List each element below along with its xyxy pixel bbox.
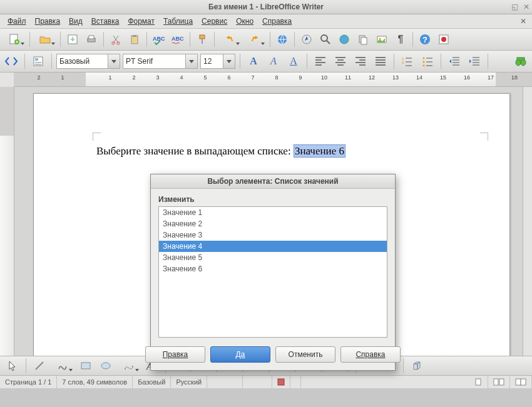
- window-close-icon[interactable]: ✕: [523, 3, 529, 11]
- record-macro-button[interactable]: [435, 31, 453, 48]
- cut-button[interactable]: [107, 31, 125, 48]
- find-button[interactable]: [512, 53, 529, 70]
- bold-button[interactable]: A: [245, 53, 262, 70]
- print-button[interactable]: [83, 31, 100, 48]
- menu-file[interactable]: Файл: [4, 16, 30, 27]
- status-selection-mode[interactable]: [243, 376, 272, 388]
- window-maximize-icon[interactable]: ◱: [511, 3, 518, 11]
- nonprinting-button[interactable]: ¶: [392, 31, 409, 48]
- menu-edit[interactable]: Правка: [31, 16, 64, 27]
- status-insert-mode[interactable]: [207, 376, 243, 388]
- zoom-button[interactable]: [317, 31, 334, 48]
- status-view-single-icon[interactable]: [469, 376, 488, 388]
- list-item[interactable]: Значение 3: [159, 229, 387, 241]
- menu-insert[interactable]: Вставка: [88, 16, 123, 27]
- svg-point-38: [101, 363, 110, 369]
- rectangle-tool-button[interactable]: [77, 357, 95, 374]
- font-name-combo[interactable]: PT Serif: [123, 54, 198, 69]
- status-language[interactable]: Русский: [171, 376, 207, 388]
- increase-indent-button[interactable]: [466, 53, 483, 70]
- list-item[interactable]: Значение 2: [159, 218, 387, 229]
- margin-corner-icon: [93, 133, 101, 141]
- svg-rect-56: [278, 379, 284, 385]
- format-paintbrush-button[interactable]: [193, 31, 211, 48]
- status-view-multi-icon[interactable]: [488, 376, 510, 388]
- svg-rect-28: [35, 64, 41, 65]
- list-item[interactable]: Значение 1: [159, 207, 387, 218]
- menu-help[interactable]: Справка: [258, 16, 295, 27]
- horizontal-ruler[interactable]: 2 1 1 2 3 4 5 6 7 8 9 10 11 12 13 14 15 …: [14, 73, 532, 87]
- paragraph-style-combo[interactable]: Базовый: [56, 54, 120, 69]
- menu-format[interactable]: Формат: [124, 16, 158, 27]
- svg-rect-59: [499, 379, 504, 385]
- dialog-help-button[interactable]: Справка: [340, 346, 401, 363]
- font-size-combo[interactable]: 12: [200, 54, 235, 69]
- status-wordcount[interactable]: 7 слов, 49 символов: [57, 376, 133, 388]
- navigator-button[interactable]: [298, 31, 315, 48]
- html-source-button[interactable]: [3, 53, 20, 70]
- status-modified-icon[interactable]: [272, 376, 290, 388]
- hyperlink-button[interactable]: [274, 31, 291, 48]
- export-pdf-button[interactable]: [64, 31, 81, 48]
- selection-tool-button[interactable]: [4, 357, 21, 374]
- list-item[interactable]: Значение 5: [159, 252, 387, 263]
- italic-button[interactable]: A: [265, 53, 282, 70]
- align-justify-button[interactable]: [372, 53, 389, 70]
- freeform-tool-button[interactable]: [117, 357, 141, 374]
- list-item[interactable]: Значение 6: [159, 263, 387, 274]
- dialog-list[interactable]: Значение 1 Значение 2 Значение 3 Значени…: [158, 206, 387, 338]
- svg-point-16: [340, 35, 349, 44]
- align-center-button[interactable]: [332, 53, 349, 70]
- undo-button[interactable]: [218, 31, 242, 48]
- curve-tool-button[interactable]: [51, 357, 74, 374]
- open-button[interactable]: [33, 31, 57, 48]
- styles-button[interactable]: [29, 53, 47, 70]
- new-doc-button[interactable]: [3, 31, 26, 48]
- dialog-cancel-button[interactable]: Отменить: [275, 346, 335, 363]
- spellcheck-button[interactable]: ABC: [150, 31, 168, 48]
- status-signature[interactable]: [290, 376, 301, 388]
- paragraph-style-value: Базовый: [59, 57, 90, 66]
- status-page[interactable]: Страница 1 / 1: [0, 376, 57, 388]
- svg-rect-36: [517, 58, 524, 60]
- menu-table[interactable]: Таблица: [160, 16, 197, 27]
- decrease-indent-button[interactable]: [446, 53, 463, 70]
- menu-tools[interactable]: Сервис: [198, 16, 231, 27]
- numbered-list-button[interactable]: 12: [399, 53, 416, 70]
- gallery-button[interactable]: [373, 31, 391, 48]
- extrusion-button[interactable]: [408, 357, 426, 374]
- help-button[interactable]: ?: [416, 31, 434, 48]
- status-style[interactable]: Базовый: [133, 376, 171, 388]
- bullet-list-button[interactable]: [419, 53, 436, 70]
- redo-button[interactable]: [243, 31, 267, 48]
- copy-button[interactable]: [354, 31, 372, 48]
- underline-button[interactable]: A: [285, 53, 302, 70]
- vertical-ruler[interactable]: [0, 87, 14, 356]
- dialog-edit-button[interactable]: Правка: [145, 346, 205, 363]
- document-close-icon[interactable]: ✕: [518, 16, 528, 26]
- formatting-toolbar: Базовый PT Serif 12 A A A 12: [0, 51, 532, 73]
- document-prompt-text: Выберите значение в выпадающем списке:: [96, 145, 291, 157]
- status-view-book-icon[interactable]: [510, 376, 532, 388]
- font-size-value: 12: [203, 57, 212, 66]
- menu-bar: Файл Правка Вид Вставка Формат Таблица С…: [0, 14, 532, 29]
- vertical-scrollbar[interactable]: [523, 87, 532, 356]
- dialog-ok-button[interactable]: Да: [210, 346, 270, 363]
- ellipse-tool-button[interactable]: [97, 357, 115, 374]
- menu-window[interactable]: Окно: [232, 16, 257, 27]
- document-text[interactable]: Выберите значение в выпадающем списке: З…: [96, 145, 345, 158]
- dropdown-field[interactable]: Значение 6: [294, 144, 345, 158]
- align-left-button[interactable]: [312, 53, 329, 70]
- menu-view[interactable]: Вид: [65, 16, 86, 27]
- list-item[interactable]: Значение 4: [159, 241, 387, 252]
- svg-point-32: [423, 61, 425, 63]
- line-tool-button[interactable]: [31, 357, 48, 374]
- svg-text:2: 2: [402, 61, 404, 64]
- web-button[interactable]: [335, 31, 353, 48]
- window-titlebar: Без имени 1 - LibreOffice Writer ◱ ✕: [0, 0, 532, 14]
- paste-button[interactable]: [126, 31, 143, 48]
- autospellcheck-button[interactable]: ABC: [169, 31, 187, 48]
- svg-point-33: [423, 65, 425, 67]
- align-right-button[interactable]: [352, 53, 369, 70]
- svg-rect-12: [202, 39, 203, 44]
